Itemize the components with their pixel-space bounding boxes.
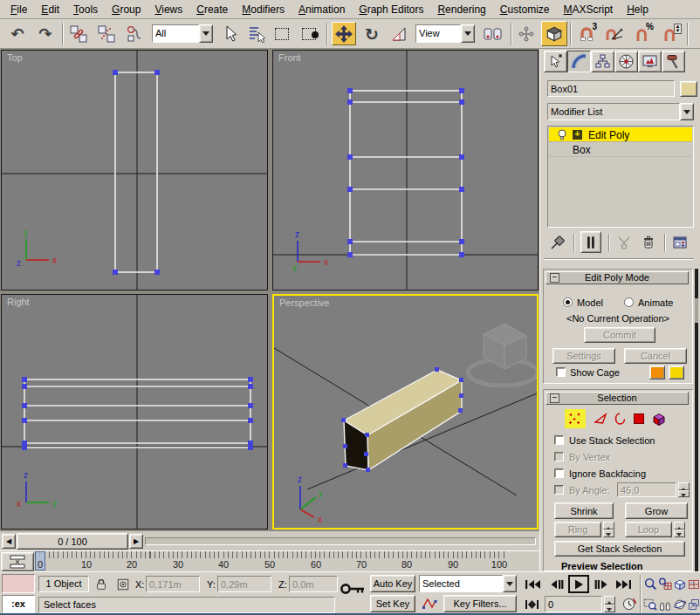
object-name-field[interactable] (547, 80, 675, 97)
modifier-list-field[interactable]: Modifier List (547, 103, 680, 120)
time-forward-button[interactable]: ▶ (129, 534, 143, 549)
modifier-list-dropdown-button[interactable] (680, 103, 694, 120)
collapse-icon[interactable]: − (550, 273, 559, 283)
panel-scrollbar[interactable] (695, 269, 698, 571)
window-crossing-button[interactable] (297, 22, 321, 45)
time-slider-handle[interactable]: 0 / 100 (17, 533, 128, 550)
viewport-top-canvas[interactable]: y x z (2, 51, 268, 290)
stack-row-box[interactable]: Box (549, 142, 692, 157)
light-bulb-icon[interactable] (557, 129, 567, 140)
border-mode-button[interactable] (610, 409, 629, 428)
menu-modifiers[interactable]: Modifiers (235, 2, 292, 17)
edge-mode-button[interactable] (591, 409, 610, 428)
selection-title[interactable]: − Selection (546, 392, 689, 405)
zoom-extents-all-button[interactable] (688, 576, 700, 592)
set-keys-button[interactable] (339, 577, 367, 600)
viewport-front-canvas[interactable]: z x y (273, 51, 539, 290)
use-stack-selection-checkbox[interactable] (554, 435, 564, 445)
vertex-mode-button[interactable] (565, 409, 586, 428)
pan-button[interactable] (658, 596, 672, 612)
auto-key-button[interactable]: Auto Key (370, 575, 415, 592)
set-key-button[interactable]: Set Key (370, 595, 415, 612)
ignore-backfacing-checkbox[interactable] (554, 468, 564, 478)
region-zoom-button[interactable] (643, 596, 657, 612)
selection-filter-dropdown-button[interactable] (199, 24, 213, 43)
menu-group[interactable]: Group (105, 2, 148, 17)
go-to-start-button[interactable] (522, 576, 543, 592)
maxscript-listener-field[interactable]: :ex (2, 595, 35, 613)
unlink-selection-button[interactable] (94, 22, 119, 45)
use-pivot-point-center-button[interactable] (480, 22, 506, 45)
time-back-button[interactable]: ◀ (2, 534, 16, 549)
panel-scrollbar-thumb[interactable] (695, 298, 698, 323)
key-mode-toggle-button[interactable] (522, 596, 541, 612)
key-filters-button[interactable]: Key Filters... (443, 595, 517, 612)
configure-modifier-sets-button[interactable] (669, 232, 690, 253)
select-by-name-button[interactable] (244, 22, 269, 45)
play-button[interactable] (568, 575, 589, 593)
redo-button[interactable]: ↷ (33, 22, 58, 45)
use-stack-selection-label[interactable]: Use Stack Selection (569, 435, 655, 446)
current-frame-field[interactable] (545, 596, 602, 612)
cancel-button[interactable]: Cancel (624, 348, 687, 364)
snaps-toggle-button[interactable] (541, 21, 567, 46)
animate-radio[interactable] (624, 297, 634, 307)
z-coord-field[interactable] (289, 576, 338, 592)
menu-animation[interactable]: Animation (292, 2, 352, 17)
viewport-perspective-canvas[interactable]: z y x (274, 296, 537, 528)
maxscript-macro-recorder[interactable] (2, 574, 35, 593)
toolbar-clipped-button[interactable] (691, 22, 700, 45)
menu-maxscript[interactable]: MAXScript (557, 2, 621, 17)
model-radio[interactable] (563, 297, 573, 307)
menu-edit[interactable]: Edit (34, 2, 66, 17)
menu-views[interactable]: Views (148, 2, 189, 17)
tab-create[interactable] (544, 51, 567, 72)
arc-rotate-button[interactable] (673, 596, 687, 612)
tab-hierarchy[interactable] (591, 51, 614, 72)
shrink-button[interactable]: Shrink (554, 502, 614, 519)
select-and-manipulate-button[interactable] (515, 22, 538, 45)
menu-help[interactable]: Help (620, 2, 655, 17)
percent-snap-button[interactable]: % (630, 22, 655, 45)
snap-3d-button[interactable]: 3 (574, 22, 599, 45)
menu-graph-editors[interactable]: Graph Editors (352, 2, 430, 17)
model-radio-label[interactable]: Model (577, 297, 603, 308)
track-bar-ticks[interactable] (35, 551, 506, 558)
show-cage-checkbox[interactable] (556, 367, 566, 377)
make-unique-button[interactable] (614, 232, 635, 253)
x-coord-field[interactable] (146, 576, 200, 592)
commit-button[interactable]: Commit (584, 327, 655, 343)
show-end-result-button[interactable] (580, 231, 601, 253)
collapse-icon[interactable]: − (550, 393, 559, 403)
min-max-toggle-button[interactable] (688, 596, 700, 612)
next-frame-button[interactable] (592, 576, 611, 592)
selection-filter-field[interactable]: All (152, 24, 199, 43)
tab-modify[interactable] (567, 51, 591, 72)
menu-rendering[interactable]: Rendering (430, 2, 492, 17)
viewport-top[interactable]: Top y x z (1, 50, 268, 290)
menu-customize[interactable]: Customize (493, 2, 557, 17)
select-object-button[interactable] (218, 22, 241, 45)
remove-modifier-button[interactable] (638, 232, 659, 253)
select-and-rotate-button[interactable]: ↻ (360, 22, 384, 45)
bind-to-space-warp-button[interactable] (122, 22, 147, 45)
menu-tools[interactable]: Tools (66, 2, 105, 17)
time-slider-track[interactable] (145, 537, 536, 545)
polygon-mode-button[interactable] (629, 409, 649, 428)
show-cage-label[interactable]: Show Cage (570, 367, 620, 378)
select-and-link-button[interactable] (66, 22, 91, 45)
default-tangents-button[interactable] (419, 595, 440, 612)
y-coord-field[interactable] (217, 576, 271, 592)
viewport-right[interactable]: Right (1, 294, 268, 530)
box-object[interactable] (344, 370, 462, 470)
cage-color-swatch[interactable] (649, 366, 665, 379)
cage-selected-color-swatch[interactable] (669, 366, 684, 379)
tab-utilities[interactable] (662, 51, 685, 72)
element-mode-button[interactable] (649, 409, 669, 428)
edit-poly-mode-title[interactable]: − Edit Poly Mode (546, 271, 689, 284)
viewport-right-canvas[interactable]: z y x (2, 295, 268, 530)
previous-frame-button[interactable] (546, 576, 566, 592)
select-and-scale-button[interactable] (388, 22, 410, 45)
time-configuration-button[interactable] (620, 596, 637, 612)
viewport-perspective[interactable]: Perspective (272, 294, 539, 530)
